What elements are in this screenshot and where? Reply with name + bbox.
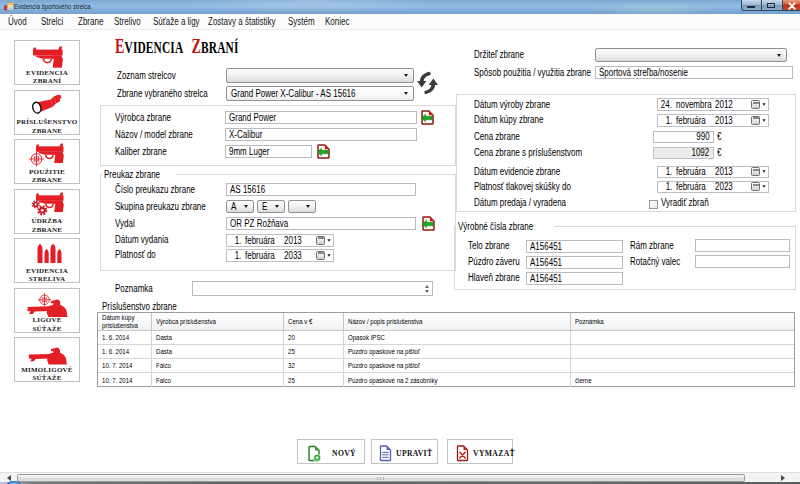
menu-item-sutaze-a-ligy[interactable]: Súťaže a ligy [153,14,211,29]
ram-input[interactable] [695,239,790,252]
vyradit-checkbox-label[interactable]: Vyradiť zbraň [661,197,721,209]
text-content: 1. [665,181,672,192]
menu-item-label: Úvod [8,14,27,29]
sidebar-item-mimoligove-sutaze[interactable]: MIMOLIGOVÉSÚŤAŽE [14,337,80,382]
import-icon[interactable] [420,110,435,125]
calendar-icon[interactable] [316,250,331,261]
chevron-down-icon[interactable] [772,49,786,61]
chevron-down-icon[interactable] [399,87,413,100]
thumb-grip [377,477,386,481]
chevron-down-icon[interactable] [270,201,284,212]
calendar-icon[interactable] [751,182,766,193]
kaliber-input[interactable]: 9mm Luger [225,145,312,158]
datum-vyroby-datepicker[interactable]: 24.novembra2012 [657,98,769,111]
import-icon[interactable] [421,216,436,231]
menu-item-koniec[interactable]: Koniec [325,14,356,29]
shooter-select-combobox[interactable] [226,68,414,83]
calendar-icon[interactable] [751,115,766,126]
table-row[interactable]: 1. 6. 2014 Dasta 25 Púzdro opaskové na p… [98,345,794,359]
datum-evidencie-datepicker[interactable]: 1.februára2013 [657,166,769,179]
text-content: Falco [156,376,171,385]
table-cell: Dasta [152,331,284,344]
scrollbar-thumb[interactable] [17,474,745,482]
calendar-icon[interactable] [751,99,766,110]
skupina-combobox-3[interactable] [288,200,316,213]
menu-item-system[interactable]: Systém [288,14,321,29]
window-title: Evidencia športového strelca [14,1,116,13]
menu-item-label: Súťaže a ligy [153,14,200,29]
text-content: A [231,201,236,212]
table-cell: Falco [152,373,284,387]
poznamka-input[interactable] [192,281,433,296]
chevron-down-icon[interactable] [239,201,253,212]
accessories-table[interactable]: Dátum kúpypríslušenstva Výrobca prísluše… [97,312,795,387]
button-label: UPRAVIŤ [396,447,432,459]
vydal-input[interactable]: OR PZ Rožňava [226,217,416,230]
telo-input[interactable]: A156451 [526,240,623,253]
sidebar-item-evidencia-streliva[interactable]: EVIDENCIASTRELIVA [14,238,80,283]
platnost-tlakovej-datepicker[interactable]: 1.februára2023 [657,181,769,194]
delete-button[interactable]: VYMAZAŤ [447,439,513,464]
menu-item-zostavy-a-statistiky[interactable]: Zostavy a štatistiky [208,14,292,29]
header-nazov: Názov / popis príslušenstva [344,313,571,330]
weapon-select-combobox[interactable]: Grand Power X-Calibur - AS 15616 [226,86,414,101]
datum-kupy-datepicker[interactable]: 1.februára2013 [657,114,769,127]
text-content: OR PZ Rožňava [230,218,288,229]
puzdro-input[interactable]: A156451 [526,256,623,269]
vyradit-checkbox[interactable] [649,200,658,209]
sidebar-label-line2: STRELIVA [29,275,66,283]
calendar-icon[interactable] [316,235,331,246]
platnost-do-datepicker[interactable]: 1.februára2033 [226,249,334,262]
datum-vydania-datepicker[interactable]: 1.februára2013 [226,234,334,247]
chevron-down-icon[interactable] [301,201,315,212]
import-icon[interactable] [316,144,331,159]
nazov-input[interactable]: X-Calibur [225,128,417,141]
horizontal-scrollbar[interactable] [0,472,800,482]
refresh-icon[interactable] [417,71,438,95]
new-button[interactable]: NOVÝ [297,439,365,464]
chevron-shape [306,205,310,208]
vyrobca-input[interactable]: Grand Power [225,111,417,124]
text-content: Opasok IPSC [348,333,385,342]
rotacny-input[interactable] [695,255,790,268]
sidebar-item-prislusenstvo-zbrane[interactable]: PRÍSLUŠENSTVOZBRANE [14,90,80,135]
menu-item-label: Zostavy a štatistiky [208,14,276,29]
chevron-shape [327,239,330,241]
table-row[interactable]: 1. 6. 2014 Dasta 20 Opasok IPSC [98,331,794,345]
weapon-select-label: Zbrane vybraného strelca [117,88,230,100]
table-row[interactable]: 10. 7. 2014 Falco 32 Púzdro opaskové na … [98,359,794,373]
sidebar-item-evidencia-zbrani[interactable]: EVIDENCIAZBRANÍ [14,40,80,85]
menu-item-strelci[interactable]: Strelci [41,14,69,29]
spinner-arrows[interactable] [422,283,431,294]
chevron-down-icon[interactable] [399,69,413,82]
vydal-label: Vydal [115,218,140,230]
calendar-icon[interactable] [751,167,766,178]
skupina-combobox-2[interactable]: E [257,200,285,213]
sidebar-item-pouzitie-zbrane[interactable]: POUŽITIEZBRANE [14,139,80,184]
close-button[interactable] [783,0,800,11]
skupina-combobox-1[interactable]: A [226,200,254,213]
maximize-button[interactable] [762,0,783,11]
cena-input[interactable]: 990 [653,131,714,143]
edit-button[interactable]: UPRAVIŤ [371,439,438,464]
menu-item-strelivo[interactable]: Strelivo [114,14,147,29]
header-datum: Dátum kúpypríslušenstva [98,313,152,330]
menu-item-uvod[interactable]: Úvod [8,14,31,29]
drzitel-combobox[interactable] [595,48,787,62]
table-row[interactable]: 10. 7. 2014 Falco 25 Púzdro opaskové na … [98,373,794,387]
sidebar-item-ligove-sutaze[interactable]: LIGOVÉSÚŤAŽE [14,288,80,333]
text-content: 990 [696,131,709,142]
spin-down-icon [425,290,429,293]
text-content: Číslo preukazu zbrane [115,184,195,196]
kaliber-label: Kaliber zbrane [115,146,179,158]
sidebar-label-line2: ZBRANE [32,226,62,234]
minimize-button[interactable] [741,0,762,11]
puzdro-label: Púzdro záveru [468,256,532,268]
date-month: februára [245,235,282,246]
sposob-input[interactable]: Športová streľba/nosenie [595,66,793,79]
sidebar-item-udrzba-zbrane[interactable]: ÚDRŽBAZBRANE [14,189,80,234]
menu-item-zbrane[interactable]: Zbrane [78,14,110,29]
cislo-preukazu-input[interactable]: AS 15616 [226,183,416,196]
window-titlebar[interactable]: Evidencia športového strelca [0,0,800,14]
hlaven-input[interactable]: A156451 [526,272,623,285]
